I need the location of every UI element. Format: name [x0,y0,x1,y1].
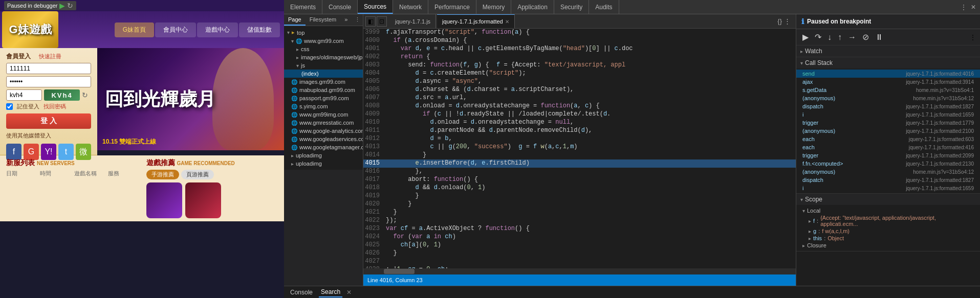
password-input[interactable] [6,76,91,87]
sources-menu-icon[interactable]: ⋮ [352,14,363,26]
twitter-icon[interactable]: t [58,144,74,160]
search-btn[interactable]: Search [319,287,342,297]
tab-security[interactable]: Security [554,0,589,14]
tab-audits[interactable]: Audits [589,0,619,14]
pretty-print-icon[interactable]: {} [777,17,782,25]
nav-game-center[interactable]: 遊戲中心 [197,22,238,37]
page-tab[interactable]: Page [284,14,306,26]
ft-top[interactable]: ▾ ▸ top [284,28,363,37]
step-over-btn[interactable]: ↷ [813,31,823,43]
cs-item-i1[interactable]: i jquery-1.7.1.js:formatted:1659 [796,110,980,119]
deactivate-breakpoints-btn[interactable]: ⊘ [860,31,871,43]
cs-item-dispatch2[interactable]: dispatch jquery-1.7.1.js:formatted:1827 [796,176,980,184]
watch-header[interactable]: ▸ Watch [796,45,980,57]
pause-on-exceptions-btn[interactable]: ⏸ [873,32,885,43]
ft-uploadimg-2[interactable]: ▸ uploadimg [284,159,363,168]
ft-index-file[interactable]: (index) [284,70,363,78]
expand-icon[interactable]: ⊡ [377,16,387,27]
tab-sources[interactable]: Sources [358,0,393,14]
hscroll-thumb[interactable] [384,269,415,274]
scope-f-item[interactable]: ▸ f : {Accept: "text/javascript, applica… [796,214,980,227]
ft-images-gm99[interactable]: 🌐 images.gm99.com [284,78,363,86]
ft-googleadservices[interactable]: 🌐 www.googleadservices.com [284,135,363,143]
scope-local-header[interactable]: ▾ Local [796,207,980,214]
browser-games-tab[interactable]: 頁游推薦 [181,170,214,179]
code-line-4018: 4018 d && d.onload(0, 1) [363,184,796,192]
cs-item-sgetdata[interactable]: s.getData home.min.js?v=31bSo4:1 [796,86,980,94]
ft-passport[interactable]: 🌐 passport.gm99.com [284,94,363,102]
cs-item-ajax[interactable]: ajax jquery-1.7.1.js:formatted:3914 [796,78,980,86]
more-sources-icon[interactable]: » [340,14,352,26]
forgot-password-link[interactable]: 找回密碼 [43,103,66,110]
tab-memory[interactable]: Memory [476,0,511,14]
quick-register-link[interactable]: 快速註冊 [39,53,61,60]
refresh-icon[interactable]: ↻ [67,2,73,10]
scope-header[interactable]: ▾ Scope [796,194,980,205]
tab-console[interactable]: Console [322,0,358,14]
search-close-icon[interactable]: ✕ [346,289,352,296]
ft-js-folder[interactable]: ▾ js [284,61,363,70]
code-scroll-area[interactable]: 3999 f.ajaxTransport("script", function(… [363,29,796,268]
file-tab-jquery-formatted[interactable]: jquery-1.7.1.js:formatted ✕ [437,14,515,28]
console-btn[interactable]: Console [288,288,315,297]
facebook-icon[interactable]: f [6,144,21,160]
tab-performance[interactable]: Performance [428,0,476,14]
file-tab-jquery[interactable]: jquery-1.7.1.js [390,14,436,28]
scope-this-item[interactable]: ▸ this : Object [796,235,980,242]
play-icon[interactable]: ▶ [59,2,65,10]
captcha-input[interactable] [6,89,42,101]
mobile-games-tab[interactable]: 手游推薦 [146,170,179,179]
call-stack-header[interactable]: ▾ Call Stack [796,57,980,68]
step-into-btn[interactable]: ↓ [825,32,834,43]
google-plus-icon[interactable]: G [24,144,39,160]
close-tab-icon[interactable]: ✕ [505,19,509,25]
cs-item-anon1[interactable]: (anonymous) home.min.js?v=31bSo4:12 [796,94,980,102]
editor-more-icon[interactable]: ⋮ [784,17,791,25]
ft-domain-gm99[interactable]: ▾ 🌐 www.gm99.com [284,37,363,45]
ft-css-folder[interactable]: ▸ css [284,45,363,53]
ft-images-folder[interactable]: ▸ images/oldimagesweb/jp [284,53,363,61]
cs-item-trigger2[interactable]: trigger jquery-1.7.1.js:formatted:2099 [796,151,980,159]
ft-mabupload[interactable]: 🌐 mabupload.gm99.com [284,86,363,94]
ft-syimg[interactable]: 🌐 s.yimg.com [284,102,363,110]
ft-google-analytics[interactable]: 🌐 www.google-analytics.com [284,127,363,135]
step-btn[interactable]: → [846,32,858,43]
cs-item-each1[interactable]: each jquery-1.7.1.js:formatted:603 [796,135,980,143]
cs-item-fn-computed[interactable]: f.fn.<computed> jquery-1.7.1.js:formatte… [796,159,980,168]
username-input[interactable] [6,63,91,74]
cs-item-anon3[interactable]: (anonymous) home.min.js?v=31bSo4:12 [796,168,980,176]
game-thumb-1[interactable] [146,182,182,218]
collapse-icon[interactable]: ◧ [365,16,376,27]
more-icon[interactable]: ⋮ [961,4,967,11]
ft-googletagmanager[interactable]: 🌐 www.googletagmanager.co [284,143,363,151]
cs-item-send[interactable]: send jquery-1.7.1.js:formatted:4016 [796,70,980,78]
cs-item-i2[interactable]: i jquery-1.7.1.js:formatted:1659 [796,184,980,192]
wechat-icon[interactable]: 微 [76,144,91,160]
scope-closure-header[interactable]: ▸ Closure [796,242,980,249]
nav-member[interactable]: 會員中心 [155,22,196,37]
ft-gm99img[interactable]: 🌐 www.gm99img.com [284,110,363,119]
nav-recharge[interactable]: 儲值點數 [239,22,280,37]
cs-item-dispatch1[interactable]: dispatch jquery-1.7.1.js:formatted:1827 [796,102,980,110]
ft-gmresstatic[interactable]: 🌐 www.gmresstatic.com [284,119,363,127]
nav-home[interactable]: G妹首頁 [115,22,154,37]
filesystem-tab[interactable]: Filesystem [306,14,341,26]
horizontal-scrollbar[interactable] [363,268,796,274]
step-out-btn[interactable]: ↑ [836,32,844,43]
tab-elements[interactable]: Elements [284,0,322,14]
login-button[interactable]: 登 入 [6,113,91,129]
ft-uploadimg-1[interactable]: ▸ uploadimg [284,151,363,159]
cs-item-each2[interactable]: each jquery-1.7.1.js:formatted:416 [796,143,980,151]
tab-network[interactable]: Network [393,0,428,14]
resume-btn[interactable]: ▶ [800,31,811,43]
scope-g-item[interactable]: ▸ g : f w(a,c,l,m) [796,227,980,235]
debugger-more-btn[interactable]: ⋮ [970,34,976,41]
yahoo-icon[interactable]: Y! [41,144,56,160]
remember-checkbox[interactable] [6,103,13,110]
cs-item-trigger1[interactable]: trigger jquery-1.7.1.js:formatted:1779 [796,119,980,127]
tab-application[interactable]: Application [511,0,554,14]
close-devtools-icon[interactable]: ✕ [971,4,976,11]
cs-item-anon2[interactable]: (anonymous) jquery-1.7.1.js:formatted:21… [796,127,980,135]
game-thumb-2[interactable] [185,182,221,218]
captcha-refresh-icon[interactable]: ↻ [82,91,88,99]
